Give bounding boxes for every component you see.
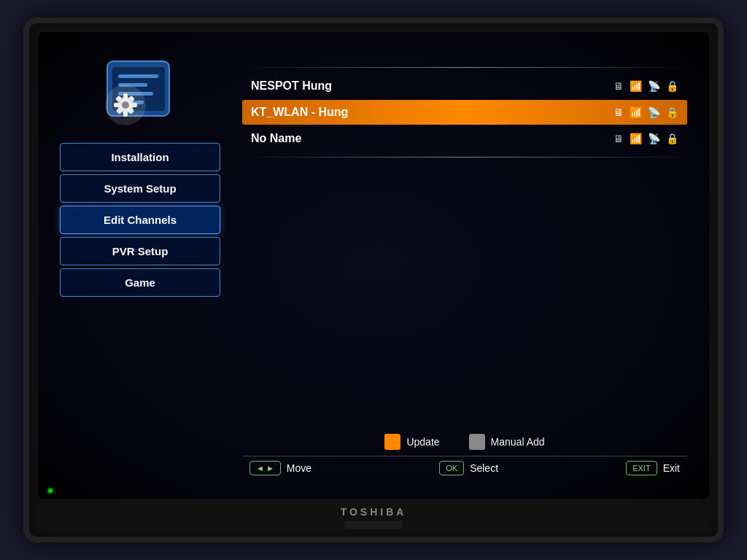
action-bar: Update Manual Add ◄ ► Move O (242, 429, 687, 484)
top-divider (242, 67, 687, 68)
monitor-icon-selected: 🖥 (614, 106, 624, 118)
monitor-icon-3: 🖥 (614, 133, 624, 144)
menu-item-system-setup[interactable]: System Setup (60, 174, 220, 203)
power-led (48, 489, 53, 493)
menu-item-edit-channels[interactable]: Edit Channels (60, 206, 220, 234)
exit-label: Exit (663, 462, 680, 474)
signal-icon-selected: 📡 (648, 106, 660, 118)
wifi-icon: 📶 (630, 80, 642, 92)
network-icons-kt-wlan: 🖥 📶 📡 🔒 (614, 106, 678, 118)
ok-key: OK (439, 461, 464, 475)
move-key: ◄ ► (249, 461, 281, 475)
update-action[interactable]: Update (384, 434, 439, 450)
tv-screen: Installation System Setup Edit Channels … (38, 32, 709, 499)
update-icon (384, 434, 400, 450)
network-name-nespot: NESPOT Hung (251, 79, 614, 93)
network-icons-nespot: 🖥 📶 📡 🔒 (614, 80, 678, 92)
signal-icon-3: 📡 (648, 133, 660, 144)
network-name-no-name: No Name (251, 132, 614, 145)
lock-icon: 🔒 (666, 80, 678, 92)
manual-add-icon (469, 434, 485, 450)
network-icons-no-name: 🖥 📶 📡 🔒 (614, 133, 678, 144)
svg-rect-11 (114, 103, 120, 107)
menu-item-game[interactable]: Game (60, 268, 220, 297)
signal-icon: 📡 (648, 80, 660, 92)
wifi-icon-selected: 📶 (630, 106, 642, 118)
nav-exit: EXIT Exit (626, 461, 680, 475)
network-item-nespot[interactable]: NESPOT Hung 🖥 📶 📡 🔒 (242, 74, 687, 98)
lock-icon-selected: 🔒 (666, 106, 678, 118)
network-item-kt-wlan[interactable]: KT_WLAN - Hung 🖥 📶 📡 🔒 (242, 100, 687, 125)
navigation-bar: ◄ ► Move OK Select EXIT Exit (242, 456, 687, 480)
svg-rect-9 (123, 93, 128, 99)
lock-icon-3: 🔒 (666, 133, 678, 144)
menu-item-installation[interactable]: Installation (60, 143, 220, 171)
right-panel: NESPOT Hung 🖥 📶 📡 🔒 KT_WLAN - Hung 🖥 (242, 47, 687, 484)
wifi-icon-3: 📶 (630, 133, 642, 144)
select-label: Select (470, 462, 498, 474)
network-name-kt-wlan: KT_WLAN - Hung (251, 106, 614, 119)
svg-rect-12 (131, 103, 137, 107)
nav-select: OK Select (439, 461, 498, 475)
manual-add-label: Manual Add (491, 436, 545, 448)
network-list: NESPOT Hung 🖥 📶 📡 🔒 KT_WLAN - Hung 🖥 (242, 61, 687, 429)
tv-brand: TOSHIBA (341, 506, 407, 518)
bottom-divider (242, 157, 687, 158)
svg-rect-10 (123, 111, 128, 117)
network-item-no-name[interactable]: No Name 🖥 📶 📡 🔒 (242, 126, 687, 151)
manual-add-action[interactable]: Manual Add (469, 434, 545, 450)
update-label: Update (406, 436, 439, 448)
action-buttons: Update Manual Add (242, 434, 687, 450)
tv-stand (344, 521, 403, 529)
menu-items: Installation System Setup Edit Channels … (60, 143, 220, 297)
left-panel: Installation System Setup Edit Channels … (60, 47, 220, 484)
exit-key: EXIT (626, 461, 657, 475)
svg-point-8 (122, 101, 129, 109)
menu-item-pvr-setup[interactable]: PVR Setup (60, 237, 220, 265)
nav-move: ◄ ► Move (249, 461, 311, 475)
tv-frame: Installation System Setup Edit Channels … (23, 18, 724, 542)
monitor-icon: 🖥 (614, 80, 624, 92)
settings-icon (96, 54, 184, 134)
svg-rect-2 (118, 74, 158, 78)
move-label: Move (287, 462, 311, 474)
